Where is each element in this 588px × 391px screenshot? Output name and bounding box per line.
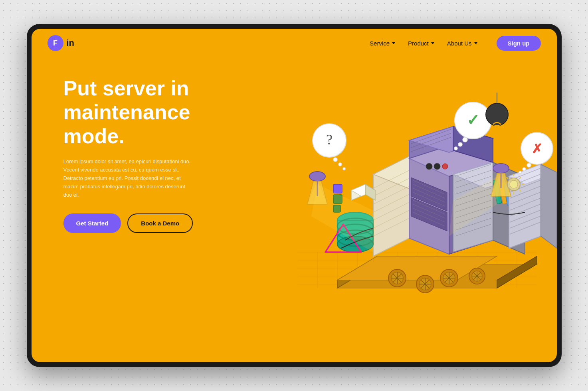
chevron-down-icon <box>431 42 434 44</box>
svg-point-145 <box>458 142 462 146</box>
logo-text: in <box>67 38 75 48</box>
hero-content: Put server in maintenance mode. Lorem ip… <box>63 77 239 233</box>
signup-button[interactable]: Sign up <box>497 36 541 51</box>
svg-point-52 <box>434 163 440 170</box>
svg-text:✗: ✗ <box>531 142 542 156</box>
svg-point-152 <box>523 168 526 171</box>
logo-icon: F <box>48 35 63 51</box>
hero-title: Put server in maintenance mode. <box>63 77 239 148</box>
svg-point-155 <box>510 180 518 188</box>
device-frame: F in Service Product About Us Sign up <box>27 24 562 367</box>
navbar: F in Service Product About Us Sign up <box>32 29 557 57</box>
svg-point-141 <box>343 168 345 170</box>
svg-point-129 <box>309 172 325 181</box>
nav-about-us[interactable]: About Us <box>447 40 477 47</box>
nav-service[interactable]: Service <box>370 40 395 47</box>
svg-point-153 <box>519 171 521 174</box>
server-illustration: ? ✓ ✗ <box>238 53 557 332</box>
hero-description: Lorem ipsum dolor sit amet, ea epicuri d… <box>63 158 191 199</box>
chevron-down-icon <box>392 42 395 44</box>
svg-point-144 <box>463 137 467 142</box>
screen: F in Service Product About Us Sign up <box>32 29 557 362</box>
illustration-area: ? ✓ ✗ <box>238 53 557 332</box>
book-demo-button[interactable]: Book a Demo <box>127 213 193 233</box>
get-started-button[interactable]: Get Started <box>63 213 121 233</box>
nav-links: Service Product About Us Sign up <box>370 36 540 51</box>
svg-marker-118 <box>541 164 557 248</box>
hero-buttons: Get Started Book a Demo <box>63 213 239 233</box>
svg-rect-88 <box>333 184 342 193</box>
svg-point-51 <box>426 163 432 170</box>
nav-product[interactable]: Product <box>408 40 434 47</box>
svg-text:✓: ✓ <box>467 112 479 128</box>
logo-area[interactable]: F in <box>48 35 75 51</box>
svg-point-139 <box>333 158 337 162</box>
svg-point-140 <box>339 163 342 166</box>
svg-point-146 <box>454 147 457 150</box>
svg-point-53 <box>442 164 448 169</box>
svg-text:?: ? <box>326 132 333 148</box>
chevron-down-icon <box>474 42 477 44</box>
svg-point-151 <box>527 163 531 167</box>
